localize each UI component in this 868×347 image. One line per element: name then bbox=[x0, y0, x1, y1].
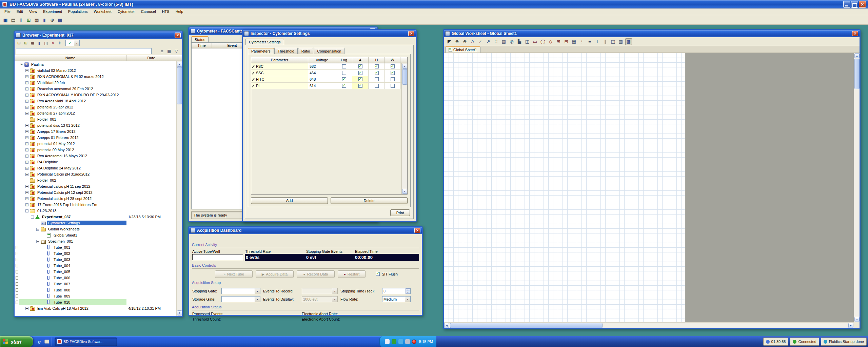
new-experiment-icon[interactable]: ⊞ bbox=[23, 40, 29, 46]
delete-icon[interactable]: × bbox=[50, 40, 56, 46]
start-button[interactable]: start bbox=[0, 336, 33, 347]
tree-item[interactable]: +Rxn Acrosomal 16 Mayo 2012 bbox=[15, 153, 176, 159]
stopping-gate-select[interactable] bbox=[221, 288, 260, 294]
expander-icon[interactable]: + bbox=[25, 75, 28, 78]
interval-gate-icon[interactable]: ⊟ bbox=[563, 38, 570, 45]
grid-icon[interactable]: ▩ bbox=[57, 17, 63, 23]
align-left-icon[interactable]: ≡ bbox=[586, 38, 593, 45]
scrollbar-thumb[interactable] bbox=[177, 67, 182, 104]
worksheet-close-icon[interactable] bbox=[852, 31, 858, 36]
polygon-gate-icon[interactable]: ◇ bbox=[547, 38, 554, 45]
new-experiment-icon[interactable]: ⊞ bbox=[25, 17, 32, 23]
expander-icon[interactable]: + bbox=[25, 307, 28, 310]
expander-icon[interactable]: + bbox=[25, 106, 28, 109]
statistics-view-icon[interactable]: ▦ bbox=[571, 38, 577, 45]
expander-icon[interactable]: + bbox=[25, 112, 28, 115]
column-parameter[interactable]: Parameter bbox=[251, 57, 308, 63]
tree-item[interactable]: −Specimen_001 bbox=[15, 238, 176, 244]
tree-item[interactable]: +potencial 27 abril 2012 bbox=[15, 110, 176, 116]
expander-icon[interactable]: − bbox=[25, 209, 28, 212]
spin-up-icon[interactable] bbox=[406, 288, 410, 291]
internet-explorer-icon[interactable]: e bbox=[37, 339, 42, 344]
browser-search-input[interactable] bbox=[16, 48, 152, 54]
tree-item[interactable]: Global Sheet1 bbox=[15, 232, 176, 238]
new-tube-icon[interactable]: ▮ bbox=[36, 40, 42, 46]
zoom-in-icon[interactable]: ⊕ bbox=[49, 17, 56, 23]
scroll-up-icon[interactable] bbox=[177, 62, 182, 67]
log-checkbox[interactable] bbox=[342, 84, 346, 88]
scrollbar-thumb[interactable] bbox=[450, 323, 603, 328]
expander-icon[interactable]: + bbox=[25, 87, 28, 90]
menu-carousel[interactable]: Carousel bbox=[138, 8, 159, 15]
tree-item[interactable]: Tube_003 bbox=[15, 257, 176, 263]
tree-item[interactable]: +Potencial calcio pH 11 sep 2012 bbox=[15, 183, 176, 189]
expander-icon[interactable]: + bbox=[25, 130, 28, 133]
tree-item[interactable]: −Paulina bbox=[15, 61, 176, 67]
expander-icon[interactable]: + bbox=[25, 124, 28, 127]
menu-cytometer[interactable]: Cytometer bbox=[115, 8, 138, 15]
events-to-display-select[interactable]: 1000 evt bbox=[302, 296, 338, 302]
w-checkbox[interactable] bbox=[391, 77, 395, 81]
parameter-row[interactable]: FITC648 bbox=[251, 76, 401, 83]
export-icon[interactable]: ⇑ bbox=[18, 17, 24, 23]
menu-help[interactable]: Help bbox=[173, 8, 186, 15]
dashboard-close-icon[interactable] bbox=[414, 228, 420, 233]
pointer-icon[interactable]: ◤ bbox=[446, 38, 453, 45]
tree-item[interactable]: Folder_002 bbox=[15, 177, 176, 183]
expander-icon[interactable]: + bbox=[25, 185, 28, 188]
maximize-button[interactable] bbox=[851, 1, 858, 8]
tree-item[interactable]: +RXN ACROSOMAL Y IODURO DE P 29-02-2012 bbox=[15, 92, 176, 98]
minimize-button[interactable] bbox=[843, 1, 850, 8]
instrument-status-icon[interactable] bbox=[412, 340, 416, 344]
inspector-close-icon[interactable] bbox=[408, 31, 414, 36]
menu-hts[interactable]: HTS bbox=[159, 8, 173, 15]
tree-item[interactable]: +Potencial Calcio pH 31ago2012 bbox=[15, 171, 176, 177]
new-folder-icon[interactable]: ⊞ bbox=[16, 40, 22, 46]
voltage-cell[interactable]: 582 bbox=[308, 63, 336, 69]
worksheet-page[interactable] bbox=[444, 53, 685, 322]
filter-view-icon[interactable]: ▽ bbox=[173, 48, 179, 54]
tree-item[interactable]: +Reaccion acrosomal 29 Feb 2012 bbox=[15, 86, 176, 92]
tree-item[interactable]: +Potencial calcio pH 28 sept 2012 bbox=[15, 196, 176, 202]
expander-icon[interactable]: + bbox=[25, 191, 28, 194]
density-plot-icon[interactable]: ▨ bbox=[500, 38, 507, 45]
expander-icon[interactable]: + bbox=[25, 142, 28, 145]
parameter-row[interactable]: PI614 bbox=[251, 83, 401, 89]
menu-experiment[interactable]: Experiment bbox=[40, 8, 65, 15]
scroll-up-icon[interactable] bbox=[402, 64, 407, 69]
browser-layout-select[interactable] bbox=[65, 40, 80, 46]
tree-item[interactable]: +Anepps 17 Enero 2012 bbox=[15, 128, 176, 135]
scroll-down-icon[interactable] bbox=[177, 310, 182, 315]
tree-item[interactable]: +potencial 25 abr 2012 bbox=[15, 104, 176, 110]
ellipse-gate-icon[interactable]: ◯ bbox=[539, 38, 546, 45]
app-title-bar[interactable]: BD FACSDiva Software - Paulina (2-laser … bbox=[0, 0, 868, 8]
tree-item[interactable]: Tube_001 bbox=[15, 244, 176, 250]
tree-item[interactable]: +17 Enero 2013 Exp1 Inhibidores Em bbox=[15, 202, 176, 208]
details-view-icon[interactable]: ▦ bbox=[166, 48, 172, 54]
column-time[interactable]: Time bbox=[192, 43, 212, 48]
tree-item[interactable]: −Experiment_0371/23/13 5:13:36 PM bbox=[15, 214, 176, 220]
tree-item[interactable]: +RXN ACROSOMAL & PI 02 marzo 2012 bbox=[15, 74, 176, 80]
expander-icon[interactable]: − bbox=[20, 63, 23, 66]
scrollbar-thumb[interactable] bbox=[402, 69, 407, 85]
scrollbar-thumb[interactable] bbox=[854, 59, 860, 89]
tab-status[interactable]: Status bbox=[191, 36, 209, 42]
tree-item[interactable]: Tube_007 bbox=[15, 281, 176, 287]
expander-icon[interactable]: + bbox=[25, 197, 28, 200]
stopping-time-spinner[interactable]: 0 bbox=[382, 288, 411, 294]
tree-item[interactable]: +Em Viab Calc pH 18 Abril 20124/18/12 2:… bbox=[15, 305, 176, 311]
w-checkbox[interactable] bbox=[391, 64, 395, 68]
a-checkbox[interactable] bbox=[358, 71, 362, 75]
subtab-compensation[interactable]: Compensation bbox=[314, 48, 344, 54]
scroll-down-icon[interactable] bbox=[402, 189, 407, 194]
tab-global-sheet1[interactable]: Global Sheet1 bbox=[445, 46, 480, 53]
inspector-title-bar[interactable]: Inspector - Cytometer Settings bbox=[243, 30, 416, 37]
worksheet-title-bar[interactable]: Global Worksheet - Global Sheet1 bbox=[444, 30, 860, 37]
bring-to-front-icon[interactable]: ◰ bbox=[610, 38, 616, 45]
a-checkbox[interactable] bbox=[358, 84, 362, 88]
flow-rate-select[interactable]: Medium bbox=[382, 296, 411, 302]
expander-icon[interactable]: + bbox=[25, 136, 28, 139]
tree-item[interactable]: Tube_004 bbox=[15, 263, 176, 269]
browser-title-bar[interactable]: Browser - Experiment_037 bbox=[15, 32, 182, 39]
voltage-cell[interactable]: 614 bbox=[308, 83, 336, 89]
